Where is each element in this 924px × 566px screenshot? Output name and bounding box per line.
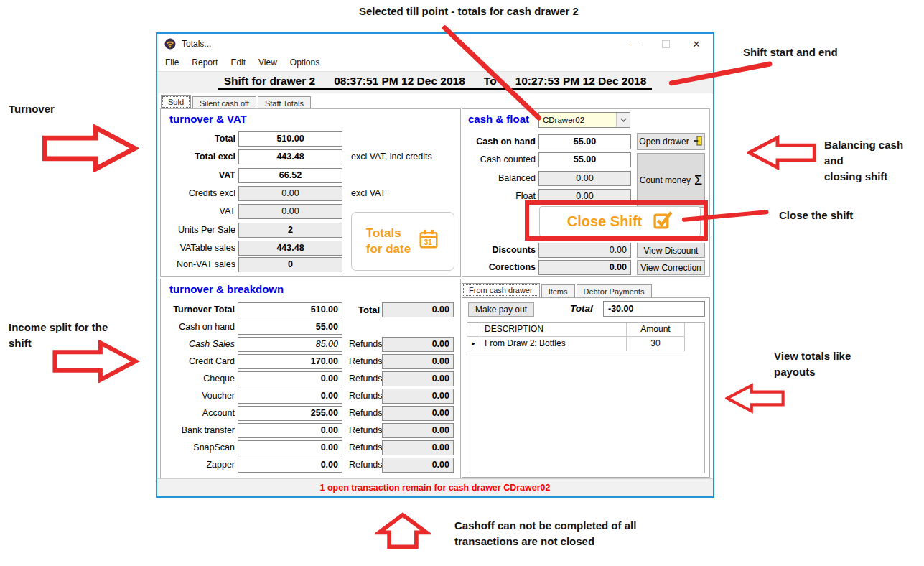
discounts-label: Discounts bbox=[462, 243, 536, 258]
tab-from-cash-drawer[interactable]: From cash drawer bbox=[462, 283, 540, 297]
turnover-total-field[interactable]: 510.00 bbox=[238, 302, 342, 317]
credits-excl-label: Credits excl bbox=[161, 186, 235, 201]
view-discount-label: View Discount bbox=[644, 246, 699, 256]
field-row: Cheque 0.00 Refunds 0.00 bbox=[161, 371, 460, 386]
snapscan-label: SnapScan bbox=[161, 440, 235, 455]
screenshot-canvas: Totals... — ✕ File Report Edit View Opti… bbox=[0, 0, 924, 566]
breakdown-total-label: Total bbox=[358, 302, 380, 317]
payouts-total-label: Total bbox=[570, 303, 593, 314]
bank-transfer-refund-field: 0.00 bbox=[382, 423, 454, 438]
field-row: Account 255.00 Refunds 0.00 bbox=[161, 406, 460, 421]
cheque-label: Cheque bbox=[161, 371, 235, 386]
close-shift-button[interactable]: Close Shift bbox=[539, 206, 701, 237]
count-money-button[interactable]: Count money Σ bbox=[637, 153, 705, 208]
refunds-label: Refunds bbox=[349, 423, 383, 438]
cash-counted-field[interactable]: 55.00 bbox=[538, 152, 631, 167]
bank-transfer-field[interactable]: 0.00 bbox=[238, 423, 342, 438]
non-vat-sales-label: Non-VAT sales bbox=[161, 257, 235, 272]
tab-sold[interactable]: Sold bbox=[161, 95, 191, 109]
tab-staff-totals[interactable]: Staff Totals bbox=[258, 96, 311, 109]
shift-to: To bbox=[484, 75, 497, 88]
close-shift-label: Close Shift bbox=[567, 213, 642, 230]
turnover-total-label: Turnover Total bbox=[161, 302, 235, 317]
vat-field[interactable]: 66.52 bbox=[238, 168, 342, 183]
credit-card-field[interactable]: 170.00 bbox=[238, 354, 342, 369]
open-drawer-button[interactable]: Open drawer bbox=[637, 133, 705, 150]
refunds-label: Refunds bbox=[349, 354, 383, 369]
tab-debtor-payments[interactable]: Debtor Payments bbox=[577, 284, 652, 297]
shift-label: Shift for drawer 2 bbox=[224, 75, 315, 88]
field-row: Bank transfer 0.00 Refunds 0.00 bbox=[161, 423, 460, 438]
menu-edit[interactable]: Edit bbox=[224, 55, 252, 70]
annotation-view-totals: View totals like payouts bbox=[774, 348, 851, 380]
annotation-cashoff: Cashoff can not be completed of all tran… bbox=[454, 518, 636, 549]
title-bar[interactable]: Totals... — ✕ bbox=[157, 34, 713, 54]
menu-view[interactable]: View bbox=[252, 55, 284, 70]
turnover-vat-title[interactable]: turnover & VAT bbox=[169, 113, 247, 125]
view-correction-button[interactable]: View Correction bbox=[637, 260, 705, 275]
table-row[interactable]: ► From Draw 2: Bottles 30 bbox=[467, 337, 685, 351]
snapscan-field[interactable]: 0.00 bbox=[238, 440, 342, 455]
make-pay-out-label: Make pay out bbox=[475, 305, 527, 315]
discounts-field: 0.00 bbox=[538, 243, 631, 258]
close-icon[interactable]: ✕ bbox=[690, 39, 703, 50]
field-row: Cash Sales 85.00 Refunds 0.00 bbox=[161, 337, 460, 352]
make-pay-out-button[interactable]: Make pay out bbox=[468, 302, 534, 317]
payouts-total-field[interactable]: -30.00 bbox=[603, 301, 705, 317]
app-icon bbox=[164, 38, 176, 50]
table-header-row: DESCRIPTION Amount bbox=[467, 323, 685, 337]
zapper-field[interactable]: 0.00 bbox=[238, 458, 342, 473]
turnover-breakdown-group: turnover & breakdown Turnover Total 510.… bbox=[160, 279, 461, 479]
cash-drawer-select[interactable]: CDrawer02 bbox=[538, 112, 630, 128]
zapper-refund-field: 0.00 bbox=[382, 458, 454, 473]
cash-float-title[interactable]: cash & float bbox=[468, 113, 529, 125]
field-row: Cash on hand 55.00 bbox=[161, 320, 460, 335]
field-row: Credit Card 170.00 Refunds 0.00 bbox=[161, 354, 460, 369]
menu-report[interactable]: Report bbox=[185, 55, 224, 70]
bank-transfer-label: Bank transfer bbox=[161, 423, 235, 438]
cheque-refund-field: 0.00 bbox=[382, 371, 454, 386]
view-discount-button[interactable]: View Discount bbox=[637, 243, 705, 258]
account-field[interactable]: 255.00 bbox=[238, 406, 342, 421]
field-row: Total excl 443.48 excl VAT, incl credits bbox=[161, 149, 460, 164]
bd-cash-on-hand-field[interactable]: 55.00 bbox=[238, 320, 342, 335]
menu-file[interactable]: File bbox=[159, 55, 185, 70]
snapscan-refund-field: 0.00 bbox=[382, 440, 454, 455]
total-field[interactable]: 510.00 bbox=[238, 131, 342, 147]
up-arrow-icon bbox=[375, 512, 431, 549]
total-excl-field[interactable]: 443.48 bbox=[238, 149, 342, 164]
amount-column-header[interactable]: Amount bbox=[627, 323, 685, 336]
sigma-icon: Σ bbox=[694, 173, 702, 188]
voucher-field[interactable]: 0.00 bbox=[238, 389, 342, 404]
annotation-income-split: Income split for the shift bbox=[9, 320, 108, 351]
tab-items[interactable]: Items bbox=[541, 284, 575, 297]
float-field: 0.00 bbox=[538, 189, 631, 204]
cash-on-hand-field[interactable]: 55.00 bbox=[538, 134, 631, 149]
corections-label: Corections bbox=[462, 260, 536, 275]
refunds-label: Refunds bbox=[349, 406, 383, 421]
tab-silent-cash-off[interactable]: Silent cash off bbox=[192, 96, 256, 109]
cheque-field[interactable]: 0.00 bbox=[238, 371, 342, 386]
total-excl-note: excl VAT, incl credits bbox=[351, 149, 432, 164]
shift-start-time: 08:37:51 PM 12 Dec 2018 bbox=[334, 75, 465, 88]
description-column-header[interactable]: DESCRIPTION bbox=[480, 323, 627, 336]
credits-vat-field: 0.00 bbox=[238, 204, 342, 219]
row-pointer-icon: ► bbox=[467, 337, 480, 351]
totals-for-date-button[interactable]: Totals for date 31 bbox=[351, 212, 454, 271]
turnover-breakdown-title[interactable]: turnover & breakdown bbox=[169, 283, 284, 295]
open-drawer-label: Open drawer bbox=[639, 136, 689, 147]
menu-bar: File Report Edit View Options bbox=[159, 54, 711, 71]
credits-excl-field: 0.00 bbox=[238, 186, 342, 201]
cash-sales-field[interactable]: 85.00 bbox=[238, 337, 342, 352]
minimize-icon[interactable]: — bbox=[629, 39, 642, 50]
balanced-field: 0.00 bbox=[538, 171, 631, 186]
chevron-down-icon bbox=[616, 113, 630, 127]
float-label: Float bbox=[462, 189, 536, 204]
menu-options[interactable]: Options bbox=[284, 55, 326, 70]
cash-counted-label: Cash counted bbox=[462, 152, 536, 167]
total-label: Total bbox=[161, 131, 235, 147]
maximize-icon[interactable] bbox=[662, 40, 670, 48]
payouts-list[interactable]: DESCRIPTION Amount ► From Draw 2: Bottle… bbox=[467, 322, 705, 473]
units-per-sale-field: 2 bbox=[238, 223, 342, 238]
right-arrow-icon bbox=[49, 340, 142, 383]
